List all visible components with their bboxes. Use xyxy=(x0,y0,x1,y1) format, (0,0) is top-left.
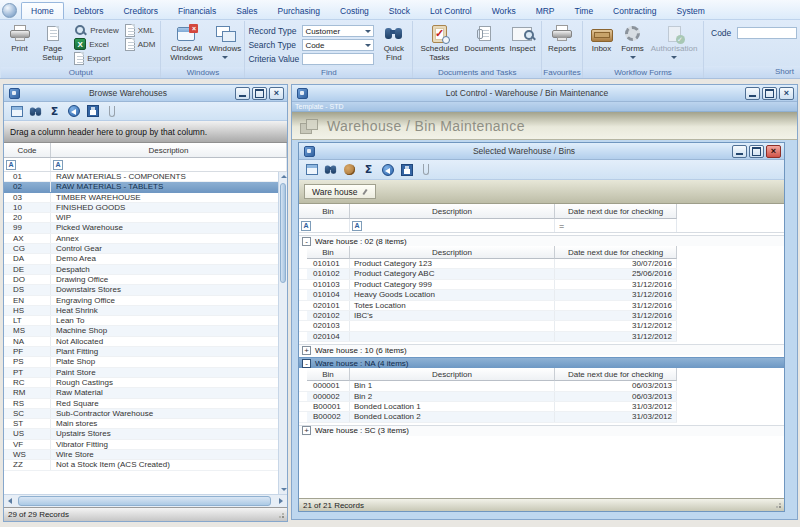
warehouse-row-PT[interactable]: PTPaint Store xyxy=(4,368,278,378)
auto-filter-icon[interactable]: A xyxy=(6,160,16,170)
maximize-button[interactable] xyxy=(252,87,267,100)
collapse-icon[interactable]: - xyxy=(302,237,311,246)
bin-row-020103[interactable]: 02010331/12/2012 xyxy=(299,321,677,331)
windows-button[interactable]: Windows xyxy=(208,23,241,67)
attachment-icon[interactable] xyxy=(104,104,119,118)
warehouse-row-ZZ[interactable]: ZZNot a Stock Item (ACS Created) xyxy=(4,460,278,470)
bin-group-row-3[interactable]: +Ware house : SC (3 items) xyxy=(299,425,784,436)
wizard-icon[interactable] xyxy=(342,163,357,177)
authorisation-button[interactable]: Authorisation xyxy=(648,23,700,67)
criteria-value-input[interactable] xyxy=(302,53,374,65)
back-icon[interactable] xyxy=(380,163,395,177)
column-header-bin[interactable]: Bin xyxy=(307,368,350,381)
forms-button[interactable]: Forms xyxy=(617,23,648,67)
warehouse-row-DS[interactable]: DSDownstairs Stores xyxy=(4,285,278,295)
scroll-right-icon[interactable] xyxy=(274,497,286,505)
column-header-code[interactable]: Code xyxy=(4,143,51,157)
warehouse-row-PS[interactable]: PSPlate Shop xyxy=(4,357,278,367)
warehouse-row-DO[interactable]: DODrawing Office xyxy=(4,275,278,285)
warehouse-row-03[interactable]: 03TIMBER WAREHOUSE xyxy=(4,193,278,203)
warehouse-row-ST[interactable]: STMain stores xyxy=(4,419,278,429)
column-header-date[interactable]: Date next due for checking xyxy=(555,368,677,381)
warehouse-row-99[interactable]: 99Picked Warehouse xyxy=(4,223,278,233)
inbox-button[interactable]: Inbox xyxy=(586,23,617,67)
close-button[interactable] xyxy=(766,145,781,158)
tab-creditors[interactable]: Creditors xyxy=(113,2,167,19)
auto-filter-icon[interactable]: A xyxy=(53,160,63,170)
tab-financials[interactable]: Financials xyxy=(168,2,226,19)
sum-sigma-icon[interactable]: Σ xyxy=(47,104,62,118)
column-header-date[interactable]: Date next due for checking xyxy=(555,246,677,259)
bin-row-000001[interactable]: 000001Bin 106/03/2013 xyxy=(299,381,677,391)
warehouse-row-SC[interactable]: SCSub-Contractor Warehouse xyxy=(4,409,278,419)
column-header-date[interactable]: Date next due for checking xyxy=(555,204,677,219)
bin-row-010101[interactable]: 010101Product Category 12330/07/2016 xyxy=(299,259,677,269)
warehouse-row-WS[interactable]: WSWire Store xyxy=(4,450,278,460)
bin-row-B00002[interactable]: B00002Bonded Location 231/03/2012 xyxy=(299,412,677,422)
adm-button[interactable]: ADM xyxy=(123,37,158,51)
expand-icon[interactable]: + xyxy=(302,346,311,355)
horizontal-scrollbar[interactable] xyxy=(4,494,287,507)
warehouse-row-MS[interactable]: MSMachine Shop xyxy=(4,326,278,336)
export-window-icon[interactable] xyxy=(304,163,319,177)
find-binoculars-icon[interactable] xyxy=(323,163,338,177)
tab-debtors[interactable]: Debtors xyxy=(64,2,114,19)
equals-filter-icon[interactable]: = xyxy=(559,221,564,231)
close-button[interactable] xyxy=(779,87,794,100)
bin-row-010104[interactable]: 010104Heavy Goods Location31/12/2016 xyxy=(299,290,677,300)
warehouse-row-10[interactable]: 10FINISHED GOODS xyxy=(4,203,278,213)
warehouse-row-NA[interactable]: NANot Allocated xyxy=(4,337,278,347)
bin-row-000002[interactable]: 000002Bin 206/03/2013 xyxy=(299,392,677,402)
save-icon[interactable] xyxy=(85,104,100,118)
column-header-bin[interactable]: Bin xyxy=(307,204,350,219)
warehouse-row-VF[interactable]: VFVibrator Fitting xyxy=(4,440,278,450)
tab-mrp[interactable]: MRP xyxy=(526,2,565,19)
xml-button[interactable]: XML xyxy=(123,23,158,37)
warehouse-row-01[interactable]: 01RAW MATERIALS - COMPONENTS xyxy=(4,172,278,182)
column-header-description[interactable]: Description xyxy=(350,368,555,381)
collapse-icon[interactable]: - xyxy=(302,359,311,368)
expand-icon[interactable]: + xyxy=(302,426,311,435)
warehouse-row-DE[interactable]: DEDespatch xyxy=(4,265,278,275)
bin-row-010103[interactable]: 010103Product Category 99931/12/2016 xyxy=(299,280,677,290)
auto-filter-icon[interactable]: A xyxy=(301,221,311,231)
column-header-description[interactable]: Description xyxy=(350,204,555,219)
record-type-dropdown[interactable]: Customer xyxy=(302,25,374,37)
bin-group-row-0[interactable]: -Ware house : 02 (8 items) xyxy=(299,235,784,246)
preview-button[interactable]: Preview xyxy=(72,23,120,37)
quick-find-button[interactable]: Quick Find xyxy=(378,23,409,67)
column-header-description[interactable]: Description xyxy=(350,246,555,259)
group-chip-warehouse[interactable]: Ware house xyxy=(304,184,376,199)
scroll-up-icon[interactable] xyxy=(280,172,286,181)
browse-warehouses-titlebar[interactable]: Browse Warehouses xyxy=(4,85,287,102)
tab-contracting[interactable]: Contracting xyxy=(603,2,666,19)
bin-row-010102[interactable]: 010102Product Category ABC25/06/2016 xyxy=(299,269,677,279)
tab-stock[interactable]: Stock xyxy=(379,2,420,19)
column-header-bin[interactable]: Bin xyxy=(307,246,350,259)
bin-row-020102[interactable]: 020102IBC's31/12/2016 xyxy=(299,311,677,321)
vertical-scrollbar[interactable] xyxy=(278,172,287,494)
inspect-button[interactable]: Inspect xyxy=(507,23,538,67)
warehouse-row-02[interactable]: 02RAW MATERIALS - TABLETS xyxy=(4,182,278,192)
warehouse-row-CG[interactable]: CGControl Gear xyxy=(4,244,278,254)
minimize-button[interactable] xyxy=(235,87,250,100)
resize-grip[interactable] xyxy=(277,511,285,519)
resize-grip[interactable] xyxy=(774,501,782,509)
maximize-button[interactable] xyxy=(749,145,764,158)
warehouse-row-20[interactable]: 20WIP xyxy=(4,213,278,223)
tab-home[interactable]: Home xyxy=(21,2,64,19)
maximize-button[interactable] xyxy=(762,87,777,100)
page-setup-button[interactable]: Page Setup xyxy=(35,23,70,67)
bin-row-B00001[interactable]: B00001Bonded Location 131/03/2012 xyxy=(299,402,677,412)
scrollbar-thumb[interactable] xyxy=(280,183,286,283)
selected-bins-titlebar[interactable]: Selected Warehouse / Bins xyxy=(299,143,784,160)
minimize-button[interactable] xyxy=(745,87,760,100)
export-button[interactable]: Export xyxy=(72,51,120,65)
warehouse-row-LT[interactable]: LTLean To xyxy=(4,316,278,326)
reports-button[interactable]: Reports xyxy=(545,23,579,67)
scroll-down-icon[interactable] xyxy=(280,485,286,494)
back-icon[interactable] xyxy=(66,104,81,118)
attachment-icon[interactable] xyxy=(418,163,433,177)
documents-button[interactable]: Documents xyxy=(462,23,507,67)
bin-row-020101[interactable]: 020101Totes Location31/12/2016 xyxy=(299,301,677,311)
